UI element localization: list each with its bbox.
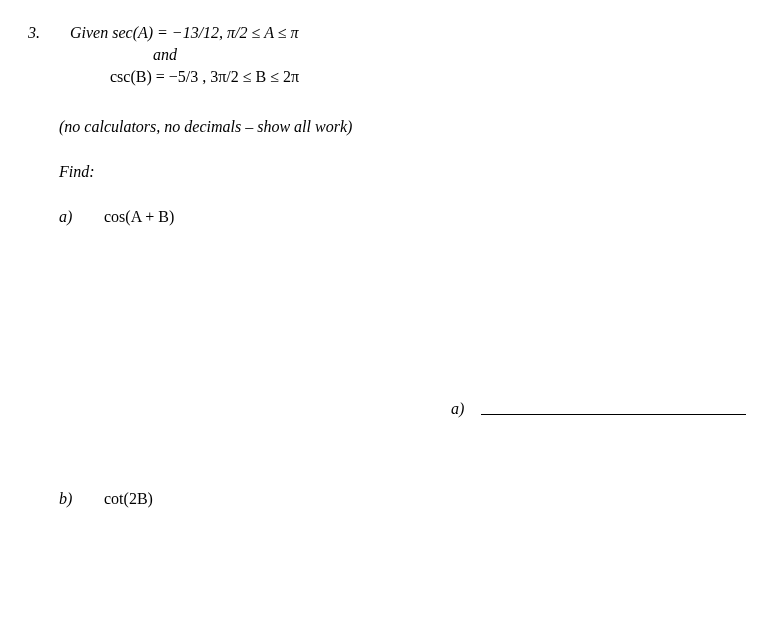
given-line-1: Given sec(A) = −13/12, π/2 ≤ A ≤ π <box>70 24 299 42</box>
answer-a-label: a) <box>451 400 464 418</box>
given-math-2: csc(B) = −5/3 , 3π/2 ≤ B ≤ 2π <box>110 68 299 85</box>
part-b-expression: cot(2B) <box>104 490 153 508</box>
part-a-label: a) <box>59 208 72 226</box>
page: 3. Given sec(A) = −13/12, π/2 ≤ A ≤ π an… <box>0 0 784 617</box>
part-a-math: cos(A + B) <box>104 208 174 225</box>
answer-a-blank-line <box>481 414 746 415</box>
problem-number: 3. <box>28 24 40 42</box>
part-b-label: b) <box>59 490 72 508</box>
instruction-text: (no calculators, no decimals – show all … <box>59 118 352 136</box>
find-label: Find: <box>59 163 95 181</box>
given-prefix: Given <box>70 24 112 41</box>
part-a-expression: cos(A + B) <box>104 208 174 226</box>
given-math-1: sec(A) = −13/12, π/2 ≤ A ≤ π <box>112 24 298 41</box>
part-b-math: cot(2B) <box>104 490 153 507</box>
given-line-2: csc(B) = −5/3 , 3π/2 ≤ B ≤ 2π <box>110 68 299 86</box>
given-and: and <box>153 46 177 64</box>
